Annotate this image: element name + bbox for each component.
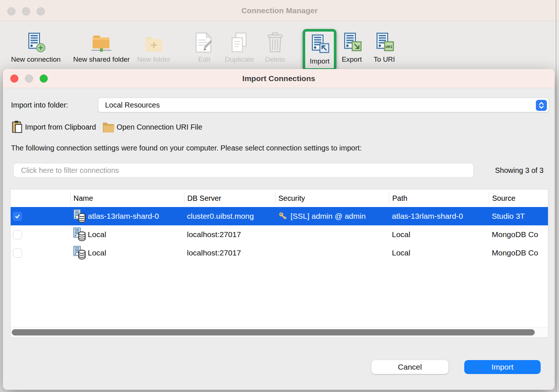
toolbar-label: New folder xyxy=(137,55,170,63)
dialog-window-controls xyxy=(10,75,48,83)
cell-name: Local xyxy=(88,230,106,239)
toolbar-label: Delete xyxy=(265,55,285,63)
import-from-clipboard-button[interactable]: Import from Clipboard xyxy=(11,120,96,134)
import-into-folder-label: Import into folder: xyxy=(11,98,68,112)
main-window-controls xyxy=(7,7,45,15)
minimize-button[interactable] xyxy=(22,7,30,15)
cancel-button[interactable]: Cancel xyxy=(371,360,448,374)
column-name[interactable]: Name xyxy=(70,192,184,204)
toolbar-duplicate: Duplicate xyxy=(225,30,254,69)
export-arrow-icon xyxy=(342,30,362,53)
key-icon xyxy=(278,211,288,221)
table-row[interactable]: Local localhost:27017 Local MongoDB Co xyxy=(11,244,548,262)
toolbar-to-uri[interactable]: URI To URI xyxy=(374,30,395,69)
table-row[interactable]: Local localhost:27017 Local MongoDB Co xyxy=(11,225,548,244)
column-db-server[interactable]: DB Server xyxy=(184,192,275,204)
server-database-icon xyxy=(72,246,86,260)
column-path[interactable]: Path xyxy=(389,192,489,204)
toolbar-label: To URI xyxy=(374,55,395,63)
maximize-button[interactable] xyxy=(37,7,45,15)
row-checkbox[interactable] xyxy=(13,212,22,221)
main-titlebar: Connection Manager xyxy=(0,0,559,21)
connections-table: Name DB Server Security Path Source xyxy=(10,189,548,338)
to-uri-icon: URI xyxy=(374,30,394,53)
import-source-actions: Import from Clipboard Open Connection UR… xyxy=(11,120,202,134)
import-from-clipboard-label: Import from Clipboard xyxy=(25,123,96,131)
toolbar-label: Duplicate xyxy=(225,55,254,63)
horizontal-scrollbar[interactable] xyxy=(11,327,548,337)
cell-path: atlas-13rlam-shard-0 xyxy=(389,212,489,221)
column-checkbox xyxy=(11,192,70,204)
trash-icon xyxy=(267,30,284,53)
shared-folder-icon xyxy=(91,30,112,53)
cell-path: Local xyxy=(389,230,489,239)
horizontal-scrollbar-thumb[interactable] xyxy=(12,329,535,335)
edit-pencil-icon xyxy=(195,30,214,53)
cell-source: Studio 3T xyxy=(489,212,548,221)
import-highlight-box: Import xyxy=(303,29,336,71)
folder-plus-icon xyxy=(145,30,163,53)
server-plus-icon xyxy=(26,30,46,53)
dialog-title: Import Connections xyxy=(3,69,555,88)
cell-db-server: localhost:27017 xyxy=(184,230,275,239)
toolbar-label: New connection xyxy=(11,55,61,63)
toolbar-delete: Delete xyxy=(265,30,285,69)
close-button[interactable] xyxy=(7,7,15,15)
toolbar-edit: Edit xyxy=(195,30,214,69)
folder-icon xyxy=(102,121,115,133)
instruction-text: The following connection settings were f… xyxy=(11,144,362,152)
cell-db-server: cluster0.uibst.mong xyxy=(184,212,275,221)
window-title: Connection Manager xyxy=(0,0,559,21)
cell-name: Local xyxy=(88,248,106,257)
toolbar: New connection New shared folder xyxy=(0,21,559,69)
toolbar-new-folder: New folder xyxy=(137,30,170,69)
cell-path: Local xyxy=(389,248,489,257)
folder-select-value: Local Resources xyxy=(105,101,160,109)
column-security[interactable]: Security xyxy=(275,192,389,204)
cell-source: MongoDB Co xyxy=(489,248,548,257)
toolbar-label: Edit xyxy=(198,55,210,63)
cell-security: [SSL] admin @ admin xyxy=(291,212,366,221)
toolbar-import[interactable]: Import xyxy=(310,32,329,68)
zoom-button[interactable] xyxy=(40,75,48,83)
toolbar-label: Export xyxy=(342,55,362,63)
svg-text:URI: URI xyxy=(386,45,393,49)
toolbar-export[interactable]: Export xyxy=(342,30,362,69)
close-button[interactable] xyxy=(10,75,18,83)
import-into-folder-row: Import into folder: Local Resources xyxy=(3,98,555,112)
toolbar-label: New shared folder xyxy=(73,55,130,63)
import-connections-dialog: Import Connections Import into folder: L… xyxy=(3,69,555,390)
filter-row: Showing 3 of 3 xyxy=(3,163,555,178)
import-arrow-icon xyxy=(310,32,329,55)
toolbar-new-shared-folder[interactable]: New shared folder xyxy=(73,30,130,69)
open-connection-uri-file-label: Open Connection URI File xyxy=(116,123,202,131)
server-database-icon xyxy=(72,209,86,224)
table-header: Name DB Server Security Path Source xyxy=(11,189,548,207)
table-row[interactable]: atlas-13rlam-shard-0 cluster0.uibst.mong xyxy=(11,207,548,225)
dialog-titlebar: Import Connections xyxy=(3,69,555,88)
column-source[interactable]: Source xyxy=(489,192,548,204)
minimize-button[interactable] xyxy=(25,75,33,83)
row-checkbox[interactable] xyxy=(13,230,22,239)
cell-name: atlas-13rlam-shard-0 xyxy=(88,212,159,221)
showing-count: Showing 3 of 3 xyxy=(495,163,544,178)
duplicate-docs-icon xyxy=(230,30,249,53)
filter-connections-input[interactable] xyxy=(13,163,474,178)
cell-source: MongoDB Co xyxy=(489,230,548,239)
open-connection-uri-file-button[interactable]: Open Connection URI File xyxy=(102,121,202,133)
toolbar-label: Import xyxy=(310,57,329,65)
folder-select[interactable]: Local Resources xyxy=(98,98,549,112)
chevron-up-down-icon[interactable] xyxy=(536,100,547,111)
window-edge-divider xyxy=(556,0,556,392)
row-checkbox[interactable] xyxy=(13,248,22,258)
server-database-icon xyxy=(72,227,86,242)
toolbar-new-connection[interactable]: New connection xyxy=(11,30,61,69)
connection-manager-window: Connection Manager New connection xyxy=(0,0,559,70)
cell-db-server: localhost:27017 xyxy=(184,248,275,257)
import-button[interactable]: Import xyxy=(464,360,541,374)
clipboard-icon xyxy=(11,120,24,134)
